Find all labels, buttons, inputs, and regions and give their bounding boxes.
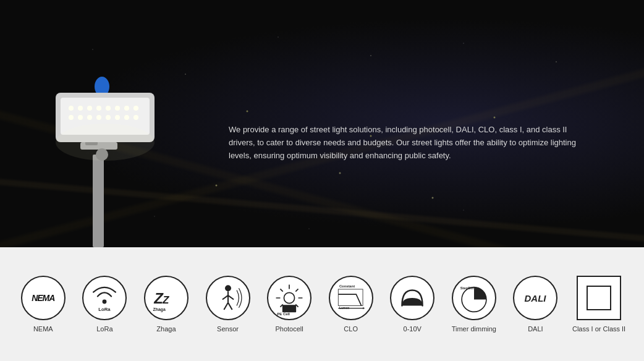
sensor-icon [206, 276, 250, 320]
clo-label: CLO [344, 325, 358, 333]
svg-line-33 [224, 302, 228, 310]
svg-rect-44 [282, 305, 296, 312]
svg-point-29 [225, 285, 231, 291]
hero-section: We provide a range of street light solut… [0, 0, 644, 247]
svg-point-35 [284, 292, 295, 303]
nema-feature: NEMA NEMA [19, 276, 68, 333]
svg-text:Z: Z [162, 294, 169, 306]
svg-text:LoRa: LoRa [99, 307, 111, 312]
svg-point-8 [87, 106, 92, 111]
svg-text:Zhaga: Zhaga [153, 307, 166, 312]
svg-line-40 [281, 289, 283, 291]
svg-point-10 [106, 106, 111, 111]
svg-point-20 [124, 115, 129, 120]
svg-line-31 [222, 295, 227, 300]
lora-feature: LoRa LoRa [80, 276, 129, 333]
svg-rect-0 [93, 155, 104, 247]
svg-text:DALI: DALI [525, 294, 547, 304]
class-label: Class I or Class II [572, 325, 625, 333]
class-icon [577, 276, 621, 320]
svg-point-19 [115, 115, 120, 120]
svg-point-9 [96, 106, 101, 111]
svg-text:PE Cell: PE Cell [277, 312, 290, 316]
nema-text: NEMA [32, 293, 54, 303]
photocell-label: Photocell [275, 325, 303, 333]
svg-rect-47 [338, 289, 363, 306]
clo-icon: Constant Lumen [329, 276, 373, 320]
timer-label: Timer dimming [452, 325, 496, 333]
svg-line-32 [228, 295, 234, 300]
svg-point-21 [133, 115, 138, 120]
nema-icon: NEMA [21, 276, 66, 320]
lora-label: LoRa [96, 325, 112, 333]
svg-point-12 [124, 106, 129, 111]
svg-line-42 [295, 289, 298, 291]
svg-point-15 [78, 115, 83, 120]
svg-point-23 [56, 124, 155, 161]
svg-point-18 [106, 115, 111, 120]
nema-label: NEMA [33, 325, 53, 333]
zhaga-feature: Z Z Zhaga Zhaga [142, 276, 191, 333]
svg-point-16 [87, 115, 92, 120]
svg-point-6 [69, 106, 74, 111]
timer-feature: StepDim Timer dimming [449, 276, 499, 333]
sensor-label: Sensor [217, 325, 239, 333]
svg-line-34 [228, 302, 232, 310]
timer-icon: StepDim [452, 276, 496, 320]
dali-label: DALI [528, 325, 543, 333]
voltage-label: 0-10V [404, 325, 422, 333]
features-bar: NEMA NEMA LoRa LoRa Z Z Zhaga Zhaga [0, 247, 644, 361]
photocell-feature: PE Cell Photocell [265, 276, 314, 333]
voltage-icon [390, 276, 434, 320]
dali-feature: DALI DALI [511, 276, 560, 333]
svg-point-14 [69, 115, 74, 120]
hero-description: We provide a range of street light solut… [229, 124, 587, 162]
street-light-image [19, 6, 179, 247]
svg-point-13 [133, 106, 138, 111]
svg-marker-50 [363, 307, 365, 309]
svg-text:Constant: Constant [339, 284, 355, 288]
svg-point-17 [96, 115, 101, 120]
class-inner-square [587, 286, 611, 310]
svg-point-7 [78, 106, 83, 111]
class-feature: Class I or Class II [572, 276, 625, 333]
svg-point-24 [103, 300, 107, 304]
zhaga-label: Zhaga [156, 325, 176, 333]
sensor-feature: Sensor [203, 276, 253, 333]
photocell-icon: PE Cell [267, 276, 311, 320]
voltage-feature: 0-10V [388, 276, 437, 333]
zhaga-icon: Z Z Zhaga [144, 276, 189, 320]
clo-feature: Constant Lumen CLO [326, 276, 376, 333]
dali-icon: DALI [513, 276, 557, 320]
svg-text:StepDim: StepDim [460, 286, 475, 290]
lora-icon: LoRa [82, 276, 127, 320]
svg-point-11 [115, 106, 120, 111]
